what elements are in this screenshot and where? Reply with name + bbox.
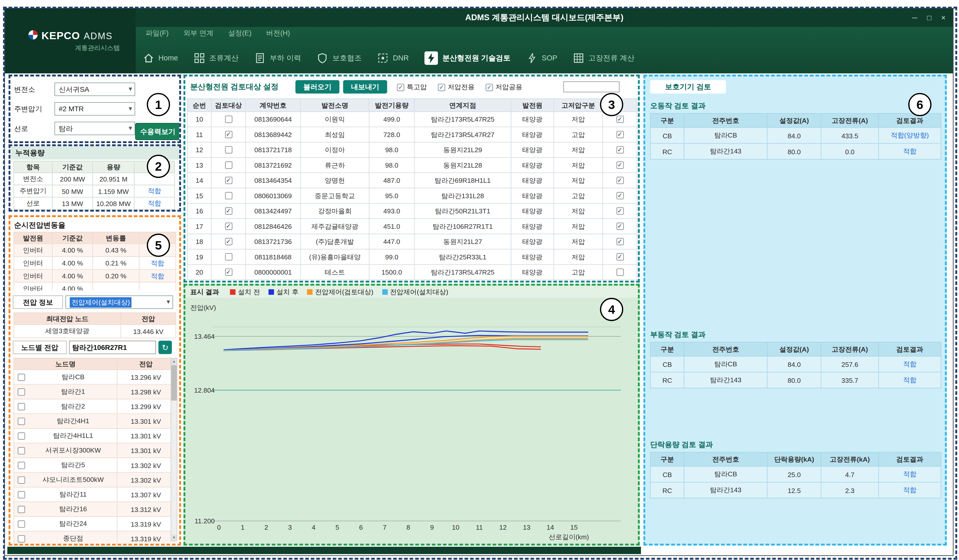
node-checkbox[interactable]	[18, 447, 25, 454]
node-checkbox[interactable]	[18, 432, 25, 439]
select-value: 탐라	[59, 124, 73, 133]
cell: 1500.0	[370, 265, 415, 280]
filter-특고압[interactable]: 특고압	[397, 83, 427, 92]
review-checkbox[interactable]	[225, 116, 232, 123]
review-checkbox[interactable]	[225, 131, 232, 138]
node-table-scrollbar[interactable]: ▲ ▼	[170, 358, 177, 541]
toolbar-item-fault-current[interactable]: 고장전류 계산	[573, 52, 635, 64]
filter-checkbox[interactable]	[397, 83, 404, 91]
filter-checkbox[interactable]	[486, 83, 493, 91]
export-button[interactable]: 내보내기	[343, 80, 387, 94]
review-checkbox[interactable]	[225, 223, 232, 230]
cell	[603, 219, 637, 234]
home-icon	[143, 52, 154, 64]
svg-text:1: 1	[241, 523, 244, 531]
filter-checkbox[interactable]	[438, 83, 445, 91]
column-header: 계약번호	[246, 99, 301, 112]
toolbar-item-protection[interactable]: 보호협조	[317, 52, 362, 64]
cell: 고압	[554, 127, 603, 142]
menu-item[interactable]: 버전(H)	[266, 29, 290, 40]
cell	[13, 531, 29, 546]
row-flag-checkbox[interactable]	[616, 131, 623, 138]
scrollbar-thumb[interactable]	[171, 365, 177, 401]
scroll-down-icon[interactable]: ▼	[171, 535, 177, 541]
node-checkbox[interactable]	[18, 476, 25, 484]
close-icon[interactable]: ×	[941, 13, 946, 22]
cell	[93, 283, 140, 291]
review-checkbox[interactable]	[225, 192, 232, 199]
column-header: 구분	[650, 452, 684, 467]
cell: 양명헌	[301, 173, 370, 188]
toolbar-item-power-flow[interactable]: 조류계산	[194, 52, 239, 64]
review-checkbox[interactable]	[225, 269, 232, 276]
toolbar-item-load-history[interactable]: 부하 이력	[254, 52, 301, 64]
toolbar-item-der-review[interactable]: 분산형전원 기술검토	[425, 51, 510, 65]
row-flag-checkbox[interactable]	[616, 269, 623, 276]
node-checkbox[interactable]	[18, 520, 25, 527]
node-checkbox[interactable]	[18, 417, 25, 425]
node-voltage-cell: 13.301 kV	[117, 444, 175, 458]
row-flag-checkbox[interactable]	[616, 192, 623, 199]
load-button[interactable]: 불러오기	[295, 80, 339, 94]
review-checkbox[interactable]	[225, 162, 232, 169]
scroll-up-icon[interactable]: ▲	[171, 358, 177, 364]
title-bar: ADMS 계통관리시스템 대시보드(제주본부) ─ □ ×	[136, 9, 953, 27]
filter-저압공용[interactable]: 저압공용	[486, 83, 523, 92]
cell: 98.0	[370, 158, 415, 173]
node-search-input[interactable]	[69, 340, 156, 354]
row-flag-checkbox[interactable]	[616, 223, 623, 230]
voltage-info-label: 전압 정보	[13, 295, 63, 309]
row-flag-checkbox[interactable]	[616, 162, 623, 169]
refresh-icon[interactable]: ↻	[159, 340, 172, 354]
toolbar-item-sop[interactable]: SOP	[526, 52, 557, 64]
node-checkbox[interactable]	[18, 374, 25, 381]
capacity-view-button[interactable]: 수용력보기	[135, 123, 180, 140]
review-checkbox[interactable]	[225, 207, 232, 215]
cell: 태양광	[511, 234, 554, 249]
row-flag-checkbox[interactable]	[616, 207, 623, 215]
der-review-icon	[425, 51, 438, 65]
voltage-mode-select[interactable]: 전압제어(설치대상)	[65, 295, 173, 309]
transformer-select[interactable]: #2 MTR	[54, 102, 135, 116]
cell: 적합	[134, 185, 175, 197]
selector-row: 주변압기#2 MTR	[14, 102, 135, 116]
row-flag-checkbox[interactable]	[616, 146, 623, 153]
cell: 탐라CB	[684, 128, 768, 144]
cell: 적합	[879, 356, 941, 372]
cell: 2.3	[822, 483, 879, 499]
node-voltage-cell: 13.319 kV	[117, 531, 175, 546]
der-search-input[interactable]	[563, 81, 620, 92]
node-checkbox[interactable]	[18, 461, 25, 469]
table-row: 140813464354양명헌487.0탐라간69R18H1L1태양광저압	[187, 173, 637, 188]
row-flag-checkbox[interactable]	[616, 177, 623, 184]
filter-label: 저압전용	[448, 83, 475, 92]
menu-item[interactable]: 외부 연계	[183, 29, 213, 40]
row-flag-checkbox[interactable]	[616, 116, 623, 123]
node-checkbox[interactable]	[18, 403, 25, 410]
substation-select[interactable]: 신서귀SA	[54, 83, 135, 96]
row-flag-checkbox[interactable]	[616, 238, 623, 245]
node-checkbox[interactable]	[18, 505, 25, 513]
maximize-icon[interactable]: □	[927, 13, 932, 22]
review-checkbox[interactable]	[225, 238, 232, 245]
cell: 탐라간173R5L47R25	[415, 265, 511, 280]
node-checkbox[interactable]	[18, 388, 25, 395]
menu-item[interactable]: 파일(F)	[146, 29, 169, 40]
cell: 류근하	[301, 158, 370, 173]
row-flag-checkbox[interactable]	[616, 253, 623, 260]
feeder-select[interactable]: 탐라	[54, 122, 135, 135]
review-checkbox[interactable]	[225, 177, 232, 184]
filter-저압전용[interactable]: 저압전용	[438, 83, 475, 92]
annotation-circle-6: 6	[908, 93, 932, 116]
menu-item[interactable]: 설정(E)	[228, 29, 252, 40]
cell: 0812846426	[246, 219, 301, 234]
minimize-icon[interactable]: ─	[912, 13, 917, 22]
fault-current-icon	[573, 52, 584, 64]
toolbar-item-home[interactable]: Home	[143, 52, 178, 64]
node-checkbox[interactable]	[18, 535, 25, 542]
cell	[13, 414, 29, 429]
review-checkbox[interactable]	[225, 146, 232, 153]
toolbar-item-dnr[interactable]: DNR	[378, 52, 409, 64]
node-checkbox[interactable]	[18, 491, 25, 498]
review-checkbox[interactable]	[225, 253, 232, 260]
